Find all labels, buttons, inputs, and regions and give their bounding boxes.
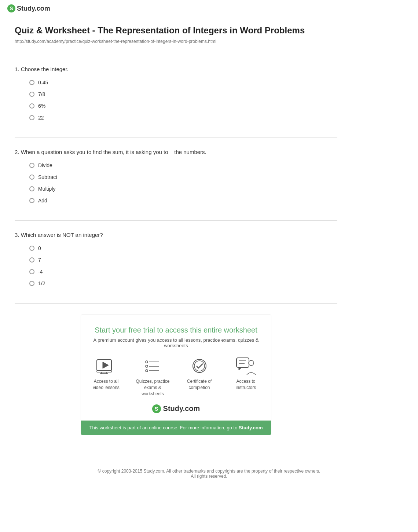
- feature-certificate-label: Certificate of completion: [182, 378, 217, 391]
- premium-subtitle: A premium account gives you access to al…: [88, 337, 264, 348]
- svg-rect-1: [97, 371, 111, 372]
- question-3: 3. Which answer is NOT an integer? 0 7 -…: [15, 221, 337, 304]
- option-label: 7: [38, 257, 41, 263]
- site-logo[interactable]: S Study.com: [7, 4, 411, 12]
- radio-button[interactable]: [29, 186, 34, 191]
- svg-point-6: [146, 361, 148, 363]
- svg-marker-5: [103, 362, 109, 368]
- page-url: http://study.com/academy/practice/quiz-w…: [15, 39, 337, 44]
- feature-certificate: Certificate of completion: [182, 357, 217, 397]
- svg-point-8: [146, 365, 148, 367]
- premium-banner: This worksheet is part of an online cour…: [81, 421, 271, 435]
- features-row: Access to all video lessons: [88, 357, 264, 397]
- radio-button[interactable]: [29, 80, 34, 85]
- premium-content: Start your free trial to access this ent…: [81, 315, 271, 420]
- radio-button[interactable]: [29, 163, 34, 168]
- feature-quiz: Quizzes, practice exams & worksheets: [135, 357, 170, 397]
- option-label: Subtract: [38, 174, 57, 180]
- list-item[interactable]: Multiply: [29, 186, 337, 192]
- option-label: 0.45: [38, 80, 48, 85]
- question-1-options: 0.45 7/8 6% 22: [15, 80, 337, 121]
- feature-instructor: Access to instructors: [228, 357, 264, 397]
- question-1-text: 1. Choose the integer.: [15, 66, 337, 72]
- list-item[interactable]: Divide: [29, 162, 337, 168]
- logo-icon: S: [7, 4, 15, 12]
- list-item[interactable]: Subtract: [29, 174, 337, 180]
- list-item[interactable]: 7: [29, 257, 337, 263]
- copyright-text: © copyright 2003-2015 Study.com. All oth…: [7, 469, 411, 474]
- option-label: Add: [38, 198, 47, 203]
- quiz-icon: [142, 357, 164, 375]
- footer: © copyright 2003-2015 Study.com. All oth…: [0, 461, 418, 486]
- svg-point-10: [146, 370, 148, 372]
- option-label: Multiply: [38, 186, 55, 192]
- main-content: Quiz & Worksheet - The Representation of…: [0, 17, 352, 454]
- page-title: Quiz & Worksheet - The Representation of…: [15, 25, 337, 36]
- option-label: 6%: [38, 103, 45, 109]
- svg-point-12: [193, 359, 206, 373]
- instructor-icon: [235, 357, 257, 375]
- list-item[interactable]: 6%: [29, 103, 337, 109]
- list-item[interactable]: Add: [29, 198, 337, 203]
- svg-rect-14: [236, 358, 249, 367]
- option-label: 1/2: [38, 280, 45, 286]
- premium-logo: S Study.com: [88, 404, 264, 413]
- option-label: -4: [38, 269, 43, 275]
- radio-button[interactable]: [29, 175, 34, 180]
- question-2: 2. When a question asks you to find the …: [15, 138, 337, 221]
- radio-button[interactable]: [29, 281, 34, 286]
- radio-button[interactable]: [29, 103, 34, 109]
- question-2-text: 2. When a question asks you to find the …: [15, 149, 337, 155]
- question-3-text: 3. Which answer is NOT an integer?: [15, 232, 337, 238]
- svg-point-18: [249, 360, 254, 366]
- option-label: 22: [38, 115, 44, 121]
- list-item[interactable]: -4: [29, 269, 337, 275]
- radio-button[interactable]: [29, 246, 34, 251]
- radio-button[interactable]: [29, 257, 34, 263]
- banner-link[interactable]: Study.com: [239, 425, 263, 430]
- premium-title: Start your free trial to access this ent…: [88, 326, 264, 334]
- list-item[interactable]: 0.45: [29, 80, 337, 85]
- site-header: S Study.com: [0, 0, 418, 17]
- rights-text: All rights reserved.: [7, 474, 411, 479]
- premium-logo-icon: S: [152, 404, 161, 413]
- list-item[interactable]: 7/8: [29, 91, 337, 97]
- feature-video-label: Access to all video lessons: [88, 378, 124, 391]
- svg-point-13: [194, 361, 205, 371]
- radio-button[interactable]: [29, 92, 34, 97]
- option-label: 0: [38, 245, 41, 251]
- list-item[interactable]: 1/2: [29, 280, 337, 286]
- radio-button[interactable]: [29, 198, 34, 203]
- radio-button[interactable]: [29, 115, 34, 120]
- question-1: 1. Choose the integer. 0.45 7/8 6% 22: [15, 55, 337, 138]
- svg-marker-17: [239, 367, 242, 370]
- option-label: Divide: [38, 162, 52, 168]
- feature-video: Access to all video lessons: [88, 357, 124, 397]
- feature-quiz-label: Quizzes, practice exams & worksheets: [135, 378, 170, 397]
- premium-logo-text: Study.com: [163, 404, 200, 413]
- question-2-options: Divide Subtract Multiply Add: [15, 162, 337, 203]
- premium-box: Start your free trial to access this ent…: [81, 315, 271, 435]
- radio-button[interactable]: [29, 269, 34, 274]
- feature-instructor-label: Access to instructors: [228, 378, 264, 391]
- option-label: 7/8: [38, 91, 45, 97]
- question-3-options: 0 7 -4 1/2: [15, 245, 337, 286]
- certificate-icon: [188, 357, 210, 375]
- banner-text: This worksheet is part of an online cour…: [89, 425, 239, 430]
- list-item[interactable]: 0: [29, 245, 337, 251]
- logo-text: Study.com: [17, 5, 50, 12]
- video-icon: [95, 357, 117, 375]
- list-item[interactable]: 22: [29, 115, 337, 121]
